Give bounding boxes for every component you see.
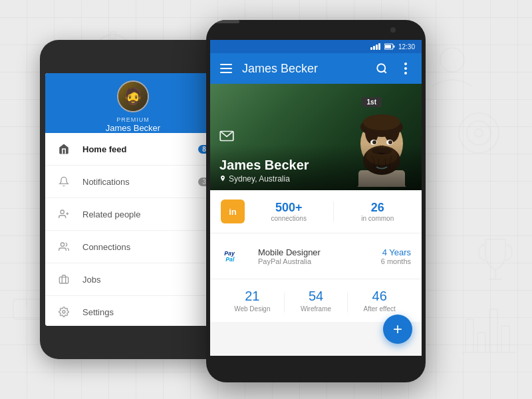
svg-rect-16 bbox=[477, 332, 485, 352]
job-months: 6 months bbox=[381, 257, 411, 265]
linkedin-badge: in bbox=[221, 200, 245, 223]
connections-label: connections bbox=[271, 215, 307, 222]
profile-name-area: James Becker Sydney, Australia bbox=[210, 144, 422, 190]
svg-point-37 bbox=[404, 72, 407, 74]
svg-point-20 bbox=[459, 113, 499, 153]
svg-rect-18 bbox=[501, 326, 509, 352]
avatar-image: 🧔 bbox=[118, 82, 148, 111]
notifications-icon bbox=[56, 174, 72, 190]
svg-rect-28 bbox=[59, 277, 68, 283]
front-phone: 12:30 James Becker bbox=[206, 20, 426, 382]
svg-point-6 bbox=[440, 48, 464, 72]
nav-item-connections[interactable]: Connections bbox=[45, 231, 221, 263]
skill-wireframe-count: 54 bbox=[309, 289, 323, 304]
svg-point-29 bbox=[63, 311, 65, 313]
skill-after-effect-label: After effect bbox=[364, 305, 396, 313]
job-years: 4 Years bbox=[381, 247, 411, 257]
nav-label-settings: Settings bbox=[82, 307, 210, 317]
location-pin-icon bbox=[219, 175, 226, 183]
stats-divider bbox=[333, 201, 334, 221]
status-icons: 12:30 bbox=[370, 43, 415, 51]
nav-label-connections: Connections bbox=[82, 242, 210, 252]
linkedin-logo-text: in bbox=[229, 207, 237, 217]
location-text: Sydney, Australia bbox=[229, 174, 290, 184]
nav-label-notifications: Notifications bbox=[82, 177, 198, 187]
status-bar: 12:30 bbox=[210, 40, 422, 53]
svg-point-27 bbox=[61, 243, 64, 246]
home-feed-icon bbox=[56, 141, 72, 157]
app-bar: James Becker bbox=[210, 53, 422, 84]
svg-line-34 bbox=[384, 70, 386, 72]
skills-row: 21 Web Design 54 Wireframe 46 After effe… bbox=[210, 279, 422, 322]
nav-item-jobs[interactable]: Jobs bbox=[45, 263, 221, 296]
skill-wireframe: 54 Wireframe bbox=[285, 289, 348, 313]
profile-location: Sydney, Australia bbox=[219, 174, 412, 184]
common-stat: 26 in common bbox=[344, 201, 412, 222]
svg-rect-15 bbox=[466, 319, 473, 352]
skill-web-design: 21 Web Design bbox=[221, 289, 284, 313]
skill-web-design-count: 21 bbox=[245, 289, 259, 304]
back-phone-user-name: James Becker bbox=[106, 123, 160, 133]
svg-point-33 bbox=[377, 64, 385, 72]
profile-hero: 1st James Becker Sydney, Australia bbox=[210, 84, 422, 190]
mail-icon[interactable] bbox=[219, 130, 234, 145]
svg-point-36 bbox=[404, 67, 407, 70]
nav-label-related-people: Related people bbox=[82, 209, 210, 219]
nav-item-related-people[interactable]: Related people bbox=[45, 198, 221, 231]
job-card: Pay Pal Mobile Designer PayPal Australia… bbox=[210, 233, 422, 279]
related-people-icon bbox=[56, 206, 72, 222]
nav-item-home-feed[interactable]: Home feed 8 bbox=[45, 133, 221, 166]
premium-label: PREMIUM bbox=[116, 116, 150, 123]
signal-icon bbox=[370, 43, 380, 50]
battery-icon bbox=[384, 43, 395, 50]
skill-after-effect-count: 46 bbox=[372, 289, 387, 304]
svg-rect-31 bbox=[385, 45, 391, 49]
svg-point-21 bbox=[467, 121, 491, 145]
svg-point-35 bbox=[404, 63, 407, 65]
search-button[interactable] bbox=[374, 61, 390, 76]
phone-camera bbox=[390, 27, 396, 33]
skill-web-design-label: Web Design bbox=[234, 305, 270, 313]
svg-point-24 bbox=[61, 210, 64, 213]
job-company: PayPal Australia bbox=[258, 257, 373, 265]
nav-label-home-feed: Home feed bbox=[82, 144, 198, 154]
common-label: in common bbox=[361, 215, 394, 222]
svg-point-22 bbox=[475, 129, 483, 137]
job-duration: 4 Years 6 months bbox=[381, 247, 411, 265]
fab-add-button[interactable]: + bbox=[383, 315, 412, 344]
avatar: 🧔 bbox=[117, 80, 149, 112]
status-time: 12:30 bbox=[398, 43, 415, 51]
settings-icon bbox=[56, 304, 72, 320]
svg-rect-32 bbox=[393, 46, 394, 48]
skill-wireframe-label: Wireframe bbox=[301, 305, 331, 313]
jobs-icon bbox=[56, 271, 72, 287]
nav-item-settings[interactable]: Settings bbox=[45, 296, 221, 326]
back-phone-nav: Home feed 8 Notifications 3 bbox=[45, 133, 221, 326]
connections-stat: 500+ connections bbox=[255, 201, 323, 222]
back-phone-screen: 🧔 PREMIUM James Becker Home feed 8 bbox=[45, 73, 221, 326]
connections-count: 500+ bbox=[275, 201, 303, 215]
svg-text:Pay: Pay bbox=[224, 250, 235, 257]
more-button[interactable] bbox=[398, 61, 414, 76]
stats-card: in 500+ connections 26 in common bbox=[210, 190, 422, 233]
paypal-logo: Pay Pal bbox=[221, 241, 250, 271]
nav-label-jobs: Jobs bbox=[82, 275, 210, 285]
connections-icon bbox=[56, 239, 72, 255]
svg-rect-17 bbox=[489, 309, 497, 352]
back-phone: 🧔 PREMIUM James Becker Home feed 8 bbox=[40, 40, 226, 359]
paypal-icon: Pay Pal bbox=[222, 243, 249, 269]
connection-degree-badge: 1st bbox=[362, 97, 382, 107]
nav-item-notifications[interactable]: Notifications 3 bbox=[45, 166, 221, 198]
app-bar-title: James Becker bbox=[242, 62, 366, 76]
front-phone-screen: 12:30 James Becker bbox=[210, 40, 422, 356]
job-info: Mobile Designer PayPal Australia bbox=[258, 247, 373, 265]
profile-name: James Becker bbox=[219, 158, 412, 173]
menu-icon[interactable] bbox=[218, 61, 234, 76]
common-count: 26 bbox=[371, 201, 384, 215]
fab-plus-icon: + bbox=[393, 321, 402, 337]
svg-point-45 bbox=[363, 114, 400, 130]
skill-after-effect: 46 After effect bbox=[348, 289, 411, 313]
hamburger-icon bbox=[220, 64, 232, 73]
job-title: Mobile Designer bbox=[258, 247, 373, 257]
back-phone-header: 🧔 PREMIUM James Becker bbox=[45, 73, 221, 133]
